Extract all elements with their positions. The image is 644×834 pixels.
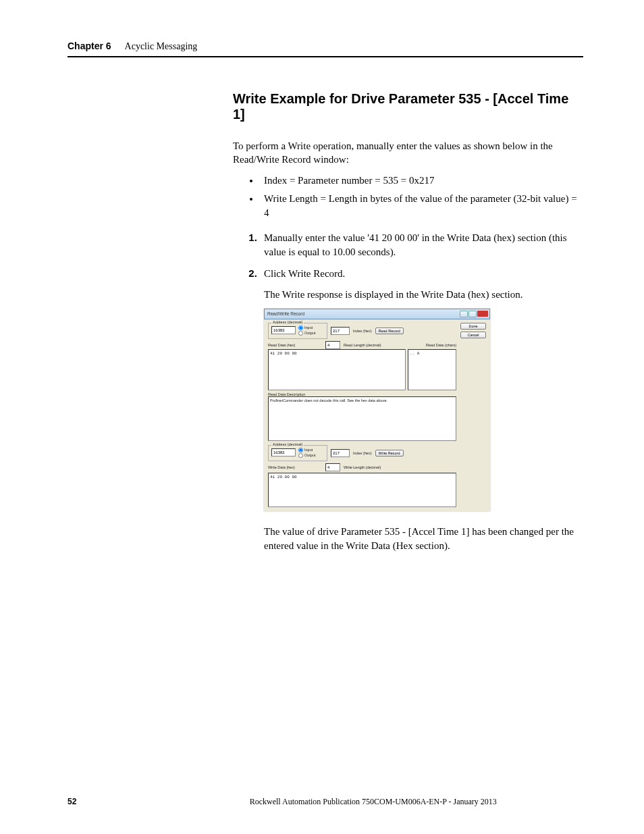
read-data-hex-label: Read Data (hex) (268, 343, 322, 347)
write-data-hex-label: Write Data (hex) (268, 465, 322, 469)
radio-input[interactable] (298, 325, 303, 330)
window-buttons (460, 311, 488, 317)
dialog-titlebar: Read/Write Record (264, 309, 490, 319)
page-footer: 52 Rockwell Automation Publication 750CO… (68, 797, 583, 807)
address-legend: Address (decimal) (271, 442, 304, 446)
done-button[interactable]: Done (460, 323, 486, 330)
radio-input[interactable] (298, 448, 303, 452)
close-icon[interactable] (477, 311, 488, 317)
closing-paragraph: The value of drive Parameter 535 - [Acce… (264, 525, 583, 553)
dialog-side-buttons: Done Cancel (460, 323, 486, 338)
write-record-button[interactable]: Write Record (375, 450, 404, 457)
read-address-input[interactable] (271, 326, 296, 334)
read-data-hex-box[interactable]: 41 20 00 00 (268, 349, 406, 390)
bullet-list: Index = Parameter number = 535 = 0x217 W… (233, 174, 583, 220)
step-item: Click Write Record. (260, 266, 583, 281)
dialog-title: Read/Write Record (267, 311, 304, 316)
step-followup: The Write response is displayed in the W… (264, 288, 583, 302)
radio-output-row[interactable]: Output (298, 453, 316, 458)
steps-list: Manually enter the value '41 20 00 00' i… (233, 230, 583, 281)
cancel-button[interactable]: Cancel (460, 332, 486, 338)
maximize-icon[interactable] (468, 311, 477, 317)
document-page: Chapter 6 Acyclic Messaging Write Exampl… (0, 0, 644, 834)
read-record-button[interactable]: Read Record (375, 328, 404, 334)
radio-input-row[interactable]: Input (298, 448, 316, 452)
read-index-input[interactable] (331, 327, 350, 335)
content-column: Write Example for Drive Parameter 535 - … (233, 91, 583, 553)
radio-output[interactable] (298, 453, 303, 458)
publication-info: Rockwell Automation Publication 750COM-U… (250, 797, 497, 807)
radio-input-row[interactable]: Input (298, 325, 316, 330)
write-index-input[interactable] (331, 449, 350, 457)
intro-paragraph: To perform a Write operation, manually e… (233, 139, 583, 167)
bullet-item: Index = Parameter number = 535 = 0x217 (260, 174, 583, 188)
read-length-input[interactable] (325, 341, 340, 349)
write-address-fieldset: Address (decimal) Input Output (268, 445, 327, 461)
radio-output[interactable] (298, 331, 303, 336)
read-address-fieldset: Address (decimal) Input Output (268, 323, 327, 339)
write-data-hex-box[interactable]: 41 20 00 00 (268, 473, 456, 507)
bullet-item: Write Length = Length in bytes of the va… (260, 192, 583, 220)
read-data-chars-label: Read Data (chars) (426, 343, 456, 347)
chapter-label: Chapter 6 (68, 41, 111, 51)
write-length-label: Write Length (decimal) (344, 465, 381, 469)
address-legend: Address (decimal) (271, 320, 304, 324)
read-desc-box: ProfinetCommander does not decode this c… (268, 396, 456, 441)
dialog-read-write-record: Read/Write Record Address (decimal) (264, 309, 490, 511)
chapter-title: Acyclic Messaging (125, 41, 198, 52)
section-heading: Write Example for Drive Parameter 535 - … (233, 91, 583, 122)
write-address-input[interactable] (271, 448, 296, 457)
radio-output-row[interactable]: Output (298, 331, 316, 336)
page-number: 52 (68, 797, 76, 806)
read-length-label: Read Length (decimal) (344, 343, 381, 347)
page-header: Chapter 6 Acyclic Messaging (68, 41, 583, 57)
step-item: Manually enter the value '41 20 00 00' i… (260, 230, 583, 259)
index-label: Index (hex) (353, 451, 372, 455)
write-length-input[interactable] (325, 463, 340, 471)
minimize-icon[interactable] (460, 311, 468, 317)
read-data-chars-box[interactable]: .. A (408, 349, 456, 390)
index-label: Index (hex) (353, 329, 372, 333)
dialog-body: Address (decimal) Input Output Index (he… (264, 319, 490, 511)
